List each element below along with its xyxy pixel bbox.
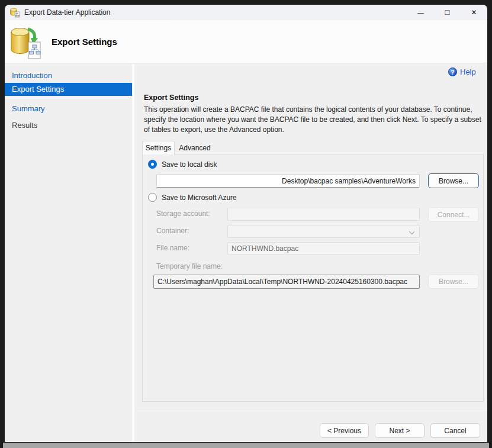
- wizard-steps-sidebar: Introduction Export Settings Summary Res…: [5, 64, 134, 442]
- storage-account-label: Storage account:: [156, 210, 210, 218]
- save-azure-label: Save to Microsoft Azure: [162, 194, 237, 202]
- description-line: of tables to export, use the Advanced op…: [144, 125, 284, 136]
- cancel-button[interactable]: Cancel: [430, 423, 480, 438]
- maximize-button[interactable]: □: [434, 5, 461, 20]
- browse-temp-button: Browse...: [428, 274, 479, 289]
- browse-local-button[interactable]: Browse...: [428, 173, 479, 188]
- section-heading: Export Settings: [144, 94, 198, 102]
- settings-tab-panel: Save to local disk Browse... Save to Mic…: [142, 154, 484, 402]
- window-title: Export Data-tier Application: [24, 8, 110, 17]
- minimize-button[interactable]: —: [407, 5, 434, 20]
- save-local-disk-label: Save to local disk: [162, 160, 217, 169]
- description-line: specify the location where you want the …: [144, 115, 481, 125]
- wizard-header: Export Settings: [5, 20, 487, 63]
- maximize-icon: □: [445, 8, 450, 17]
- sidebar-item-summary[interactable]: Summary: [5, 102, 132, 115]
- database-export-icon: [9, 7, 20, 18]
- help-icon: ?: [448, 67, 457, 76]
- previous-button[interactable]: < Previous: [320, 423, 369, 438]
- temp-file-input[interactable]: [153, 275, 420, 289]
- desktop-backdrop: Export Data-tier Application — □ ✕: [0, 0, 492, 448]
- export-data-tier-dialog: Export Data-tier Application — □ ✕: [5, 5, 487, 442]
- temp-file-label: Temporary file name:: [156, 262, 223, 270]
- sidebar-item-introduction[interactable]: Introduction: [5, 69, 132, 82]
- radio-unselected-icon[interactable]: [148, 193, 157, 202]
- minimize-icon: —: [417, 9, 424, 16]
- chevron-down-icon: [409, 229, 414, 234]
- container-dropdown: [227, 225, 420, 238]
- footer-divider: [137, 411, 487, 411]
- storage-account-field: [227, 208, 420, 221]
- page-title: Export Settings: [52, 37, 117, 47]
- save-local-disk-option[interactable]: Save to local disk: [148, 160, 217, 169]
- export-database-icon: [9, 25, 41, 60]
- container-label: Container:: [156, 227, 189, 235]
- tab-advanced[interactable]: Advanced: [177, 142, 213, 154]
- close-icon: ✕: [471, 8, 477, 17]
- file-name-label: File name:: [156, 244, 189, 252]
- wizard-page-content: ? Help Export Settings This operation wi…: [137, 64, 487, 442]
- help-link[interactable]: ? Help: [448, 67, 476, 76]
- help-label: Help: [460, 67, 476, 76]
- next-button[interactable]: Next >: [375, 423, 425, 438]
- save-azure-option[interactable]: Save to Microsoft Azure: [148, 193, 237, 202]
- sidebar-item-export-settings[interactable]: Export Settings: [5, 83, 132, 96]
- file-name-field: NORTHWND.bacpac: [227, 242, 420, 255]
- radio-selected-icon[interactable]: [148, 160, 157, 169]
- window-bottom-edge: [3, 443, 489, 448]
- description-line: This operation will create a BACPAC file…: [144, 105, 472, 115]
- tab-settings[interactable]: Settings: [142, 141, 175, 154]
- connect-button: Connect...: [428, 207, 479, 222]
- local-path-input[interactable]: [156, 174, 420, 188]
- close-button[interactable]: ✕: [461, 5, 487, 20]
- titlebar[interactable]: Export Data-tier Application — □ ✕: [5, 5, 487, 20]
- sidebar-item-results: Results: [5, 119, 132, 132]
